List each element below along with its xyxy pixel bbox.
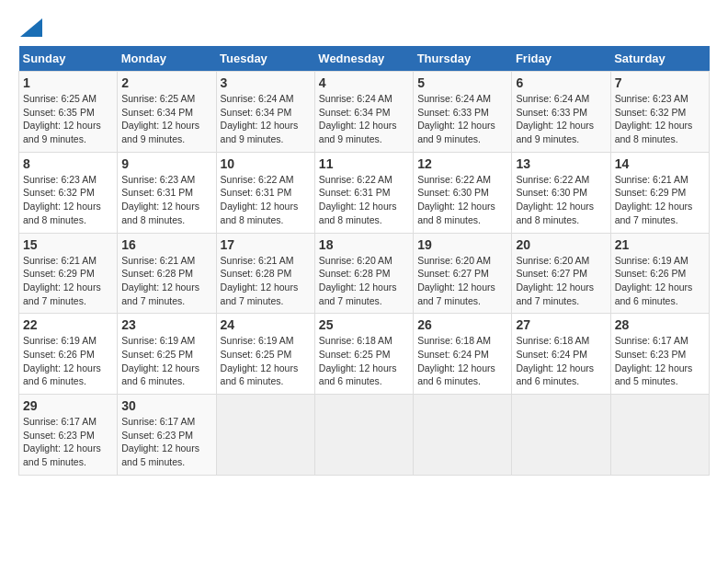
day-number: 22 [23,317,113,332]
calendar-cell: 7Sunrise: 6:23 AM Sunset: 6:32 PM Daylig… [610,72,709,153]
calendar-cell: 20Sunrise: 6:20 AM Sunset: 6:27 PM Dayli… [512,233,610,314]
day-number: 28 [615,317,705,332]
day-number: 5 [417,75,507,90]
calendar-cell: 17Sunrise: 6:21 AM Sunset: 6:28 PM Dayli… [216,233,314,314]
day-number: 24 [221,317,311,332]
day-number: 26 [417,317,507,332]
day-info: Sunrise: 6:19 AM Sunset: 6:25 PM Dayligh… [221,334,311,388]
day-number: 16 [121,237,211,252]
day-info: Sunrise: 6:22 AM Sunset: 6:31 PM Dayligh… [221,173,311,227]
day-info: Sunrise: 6:24 AM Sunset: 6:33 PM Dayligh… [516,92,606,146]
day-number: 8 [23,156,113,171]
day-info: Sunrise: 6:25 AM Sunset: 6:34 PM Dayligh… [121,92,211,146]
day-info: Sunrise: 6:17 AM Sunset: 6:23 PM Dayligh… [615,334,705,388]
day-number: 23 [121,317,211,332]
calendar-cell: 8Sunrise: 6:23 AM Sunset: 6:32 PM Daylig… [19,152,118,233]
calendar-week-5: 29Sunrise: 6:17 AM Sunset: 6:23 PM Dayli… [19,395,710,476]
calendar-cell: 25Sunrise: 6:18 AM Sunset: 6:25 PM Dayli… [314,314,413,395]
calendar-cell: 24Sunrise: 6:19 AM Sunset: 6:25 PM Dayli… [216,314,314,395]
day-info: Sunrise: 6:19 AM Sunset: 6:26 PM Dayligh… [615,254,705,308]
day-number: 27 [516,317,606,332]
day-number: 13 [516,156,606,171]
calendar-week-3: 15Sunrise: 6:21 AM Sunset: 6:29 PM Dayli… [19,233,710,314]
calendar-cell: 11Sunrise: 6:22 AM Sunset: 6:31 PM Dayli… [314,152,413,233]
day-number: 12 [417,156,507,171]
day-info: Sunrise: 6:23 AM Sunset: 6:31 PM Dayligh… [121,173,211,227]
day-info: Sunrise: 6:20 AM Sunset: 6:27 PM Dayligh… [417,254,507,308]
calendar-cell: 21Sunrise: 6:19 AM Sunset: 6:26 PM Dayli… [610,233,709,314]
calendar-cell: 10Sunrise: 6:22 AM Sunset: 6:31 PM Dayli… [216,152,314,233]
calendar-cell: 6Sunrise: 6:24 AM Sunset: 6:33 PM Daylig… [512,72,610,153]
calendar-week-1: 1Sunrise: 6:25 AM Sunset: 6:35 PM Daylig… [19,72,710,153]
day-info: Sunrise: 6:22 AM Sunset: 6:31 PM Dayligh… [319,173,409,227]
day-number: 17 [221,237,311,252]
calendar-cell: 28Sunrise: 6:17 AM Sunset: 6:23 PM Dayli… [610,314,709,395]
calendar-cell: 15Sunrise: 6:21 AM Sunset: 6:29 PM Dayli… [19,233,118,314]
day-info: Sunrise: 6:17 AM Sunset: 6:23 PM Dayligh… [23,415,113,469]
logo [18,18,42,37]
day-number: 2 [121,75,211,90]
day-number: 19 [417,237,507,252]
day-number: 20 [516,237,606,252]
calendar-cell: 14Sunrise: 6:21 AM Sunset: 6:29 PM Dayli… [610,152,709,233]
day-info: Sunrise: 6:23 AM Sunset: 6:32 PM Dayligh… [615,92,705,146]
calendar-cell: 3Sunrise: 6:24 AM Sunset: 6:34 PM Daylig… [216,72,314,153]
day-number: 30 [121,398,211,413]
calendar-cell: 22Sunrise: 6:19 AM Sunset: 6:26 PM Dayli… [19,314,118,395]
day-header-wednesday: Wednesday [314,46,413,72]
day-header-sunday: Sunday [19,46,118,72]
day-number: 4 [319,75,409,90]
calendar-week-2: 8Sunrise: 6:23 AM Sunset: 6:32 PM Daylig… [19,152,710,233]
day-header-saturday: Saturday [610,46,709,72]
day-info: Sunrise: 6:17 AM Sunset: 6:23 PM Dayligh… [121,415,211,469]
calendar-cell: 13Sunrise: 6:22 AM Sunset: 6:30 PM Dayli… [512,152,610,233]
day-info: Sunrise: 6:24 AM Sunset: 6:34 PM Dayligh… [221,92,311,146]
day-info: Sunrise: 6:20 AM Sunset: 6:28 PM Dayligh… [319,254,409,308]
calendar-cell [216,395,314,476]
page-header [18,18,710,37]
day-number: 21 [615,237,705,252]
calendar-week-4: 22Sunrise: 6:19 AM Sunset: 6:26 PM Dayli… [19,314,710,395]
day-info: Sunrise: 6:18 AM Sunset: 6:25 PM Dayligh… [319,334,409,388]
calendar-cell: 12Sunrise: 6:22 AM Sunset: 6:30 PM Dayli… [414,152,512,233]
calendar-cell [414,395,512,476]
day-header-friday: Friday [512,46,610,72]
day-info: Sunrise: 6:21 AM Sunset: 6:28 PM Dayligh… [121,254,211,308]
calendar-cell [314,395,413,476]
day-info: Sunrise: 6:18 AM Sunset: 6:24 PM Dayligh… [516,334,606,388]
day-number: 9 [121,156,211,171]
day-number: 25 [319,317,409,332]
day-info: Sunrise: 6:24 AM Sunset: 6:33 PM Dayligh… [417,92,507,146]
day-info: Sunrise: 6:21 AM Sunset: 6:28 PM Dayligh… [221,254,311,308]
day-header-tuesday: Tuesday [216,46,314,72]
calendar-cell: 1Sunrise: 6:25 AM Sunset: 6:35 PM Daylig… [19,72,118,153]
day-number: 14 [615,156,705,171]
day-number: 3 [221,75,311,90]
day-info: Sunrise: 6:19 AM Sunset: 6:26 PM Dayligh… [23,334,113,388]
day-number: 1 [23,75,113,90]
day-info: Sunrise: 6:22 AM Sunset: 6:30 PM Dayligh… [417,173,507,227]
calendar-cell: 16Sunrise: 6:21 AM Sunset: 6:28 PM Dayli… [118,233,216,314]
day-info: Sunrise: 6:24 AM Sunset: 6:34 PM Dayligh… [319,92,409,146]
calendar-cell: 19Sunrise: 6:20 AM Sunset: 6:27 PM Dayli… [414,233,512,314]
day-info: Sunrise: 6:25 AM Sunset: 6:35 PM Dayligh… [23,92,113,146]
logo-arrow-icon [20,18,42,37]
calendar-table: SundayMondayTuesdayWednesdayThursdayFrid… [18,46,710,476]
svg-marker-0 [20,18,42,37]
day-info: Sunrise: 6:19 AM Sunset: 6:25 PM Dayligh… [121,334,211,388]
calendar-cell: 18Sunrise: 6:20 AM Sunset: 6:28 PM Dayli… [314,233,413,314]
day-info: Sunrise: 6:20 AM Sunset: 6:27 PM Dayligh… [516,254,606,308]
calendar-cell: 23Sunrise: 6:19 AM Sunset: 6:25 PM Dayli… [118,314,216,395]
day-info: Sunrise: 6:22 AM Sunset: 6:30 PM Dayligh… [516,173,606,227]
day-header-monday: Monday [118,46,216,72]
day-info: Sunrise: 6:21 AM Sunset: 6:29 PM Dayligh… [23,254,113,308]
day-header-thursday: Thursday [414,46,512,72]
day-number: 15 [23,237,113,252]
day-info: Sunrise: 6:23 AM Sunset: 6:32 PM Dayligh… [23,173,113,227]
day-info: Sunrise: 6:21 AM Sunset: 6:29 PM Dayligh… [615,173,705,227]
calendar-cell: 27Sunrise: 6:18 AM Sunset: 6:24 PM Dayli… [512,314,610,395]
day-number: 6 [516,75,606,90]
calendar-cell: 5Sunrise: 6:24 AM Sunset: 6:33 PM Daylig… [414,72,512,153]
day-number: 10 [221,156,311,171]
calendar-cell: 9Sunrise: 6:23 AM Sunset: 6:31 PM Daylig… [118,152,216,233]
